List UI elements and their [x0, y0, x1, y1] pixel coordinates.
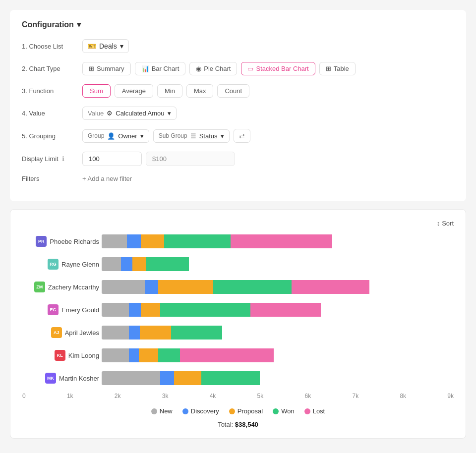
bar-row: AJApril Jewles: [102, 324, 454, 341]
bar-label: Bar Chart: [152, 65, 179, 72]
bar-track: [102, 234, 454, 248]
bar-segment-new: [102, 303, 129, 317]
bar-track: [102, 371, 454, 385]
function-controls: Sum Average Min Max Count: [82, 84, 249, 98]
chart-type-pie[interactable]: ◉ Pie Chart: [189, 62, 237, 75]
bar-track: [102, 257, 454, 271]
bar-label: AJApril Jewles: [22, 327, 99, 338]
sort-button[interactable]: ↕ Sort: [437, 220, 454, 227]
bar-segment-lost: [180, 348, 274, 362]
bar-row: ZMZachery Mccarthy: [102, 279, 454, 295]
filters-row: Filters + Add a new filter: [22, 175, 454, 182]
value-selected: Calculated Amou: [116, 110, 164, 117]
swap-button[interactable]: ⇄: [234, 129, 250, 143]
x-axis-label: 3k: [162, 393, 169, 399]
person-name: Emery Gould: [61, 306, 99, 314]
bar-segment-discovery: [129, 348, 139, 362]
info-icon: ℹ: [62, 155, 64, 163]
chart-type-bar[interactable]: 📊 Bar Chart: [135, 62, 186, 75]
chart-type-stacked[interactable]: ▭ Stacked Bar Chart: [241, 62, 315, 75]
legend-dot: [304, 408, 310, 414]
display-limit-label: Display Limit ℹ: [22, 155, 76, 163]
x-axis-label: 6k: [305, 393, 311, 399]
x-axis-label: 5k: [257, 393, 264, 399]
func-max[interactable]: Max: [186, 84, 214, 98]
bar-segment-new: [102, 348, 129, 362]
chart-legend: NewDiscoveryProposalWonLost: [22, 407, 454, 415]
person-icon: 👤: [107, 132, 115, 140]
sort-icon: ↕: [437, 220, 440, 227]
subgroup-field[interactable]: Sub Group ☰ Status ▾: [153, 129, 230, 143]
chevron-down-icon: ▾: [221, 132, 224, 140]
display-limit-input[interactable]: [82, 152, 142, 166]
table-label: Table: [334, 65, 349, 72]
bar-segment-new: [102, 280, 145, 294]
summary-label: Summary: [97, 65, 124, 72]
value-field[interactable]: Value ⚙ Calculated Amou ▾: [82, 107, 177, 120]
bar-segment-won: [164, 234, 231, 248]
group-field[interactable]: Group 👤 Owner ▾: [82, 129, 149, 143]
summary-icon: ⊞: [89, 65, 94, 72]
bar-segment-won: [146, 257, 189, 271]
value-label: 4. Value: [22, 110, 76, 117]
bar-row: MKMartin Kosher: [102, 370, 454, 387]
group-value: Owner: [118, 132, 137, 140]
x-axis-label: 0: [22, 393, 26, 399]
bar-segment-discovery: [129, 326, 140, 340]
func-count[interactable]: Count: [217, 84, 249, 98]
bar-segment-discovery: [160, 371, 174, 385]
bar-segment-new: [102, 371, 160, 385]
pie-label: Pie Chart: [204, 65, 231, 72]
value-prefix: Value: [88, 110, 104, 117]
legend-item: Won: [273, 407, 295, 415]
pie-chart-icon: ◉: [196, 65, 201, 72]
chart-header: ↕ Sort: [22, 220, 454, 227]
legend-dot: [229, 408, 235, 414]
legend-dot: [182, 408, 188, 414]
func-sum[interactable]: Sum: [82, 84, 111, 98]
add-filter-button[interactable]: + Add a new filter: [82, 175, 132, 182]
bar-chart-icon: 📊: [141, 65, 149, 72]
bar-segment-won: [201, 371, 260, 385]
bar-segment-discovery: [129, 303, 141, 317]
choose-list-select[interactable]: 🎫 Deals ▾: [82, 39, 129, 53]
x-axis-label: 4k: [210, 393, 216, 399]
avatar: EG: [48, 304, 59, 315]
legend-label: Proposal: [238, 407, 263, 415]
chart-type-summary[interactable]: ⊞ Summary: [82, 62, 131, 75]
subgroup-value: Status: [199, 132, 218, 140]
func-min[interactable]: Min: [157, 84, 182, 98]
sort-label: Sort: [442, 220, 454, 227]
legend-label: Won: [281, 407, 295, 415]
bar-segment-lost: [231, 234, 332, 248]
bar-segment-won: [160, 303, 250, 317]
choose-list-label: 1. Choose List: [22, 43, 76, 50]
bar-segment-new: [102, 326, 129, 340]
choose-list-row: 1. Choose List 🎫 Deals ▾: [22, 39, 454, 53]
bar-segment-won: [213, 280, 292, 294]
x-axis-label: 1k: [67, 393, 73, 399]
bar-segment-proposal: [158, 280, 213, 294]
bar-segment-proposal: [141, 303, 160, 317]
bar-segment-new: [102, 257, 121, 271]
config-section: Configuration ▾ 1. Choose List 🎫 Deals ▾…: [10, 10, 466, 201]
chart-type-table[interactable]: ⊞ Table: [319, 62, 356, 75]
person-name: Phoebe Richards: [50, 238, 99, 245]
bar-segment-won: [158, 348, 179, 362]
total-line: Total: $38,540: [22, 421, 454, 428]
bar-row: KLKim Loong: [102, 347, 454, 364]
bar-segment-lost: [250, 303, 321, 317]
bar-row: RGRayne Glenn: [102, 256, 454, 273]
func-average[interactable]: Average: [115, 84, 153, 98]
avatar: ZM: [34, 282, 45, 292]
bar-segment-won: [171, 326, 222, 340]
config-title-text: Configuration: [22, 20, 74, 29]
chart-type-controls: ⊞ Summary 📊 Bar Chart ◉ Pie Chart ▭ Stac…: [82, 62, 356, 75]
bar-segment-proposal: [140, 326, 171, 340]
bar-segment-proposal: [174, 371, 201, 385]
bar-label: RGRayne Glenn: [22, 259, 99, 270]
group-prefix: Group: [88, 132, 104, 139]
bar-segment-proposal: [132, 257, 146, 271]
avatar: AJ: [51, 327, 62, 338]
chevron-down-icon: ▾: [120, 42, 123, 50]
